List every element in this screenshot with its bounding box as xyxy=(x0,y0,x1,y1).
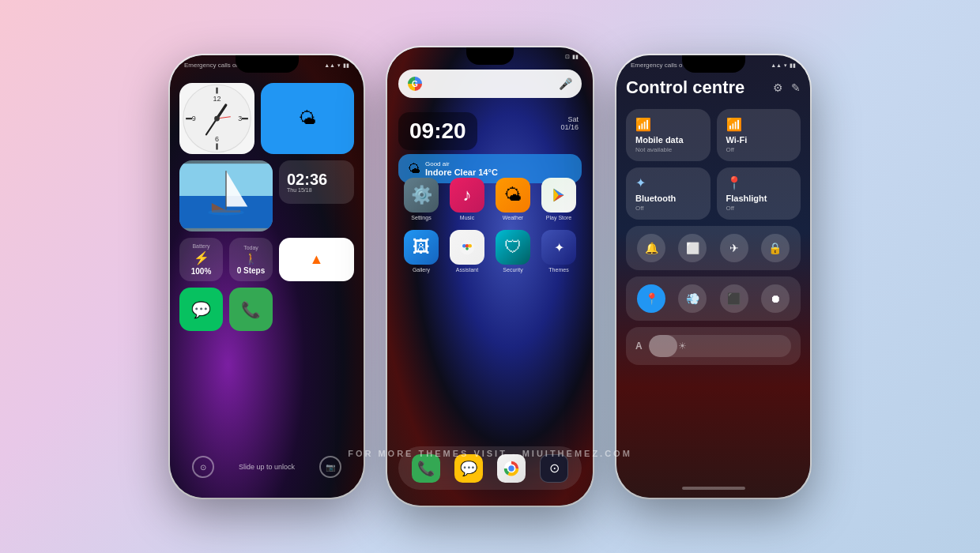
svg-point-18 xyxy=(208,209,243,215)
svg-text:12: 12 xyxy=(213,95,220,103)
watermark: FOR MORE THEMES VISIT - MIUITHEMEZ.COM xyxy=(348,449,632,458)
security-app-icon: 🛡 xyxy=(496,230,530,265)
control-centre-content: Control centre ⚙ ✎ 📶 Mobile data Not ava… xyxy=(626,77,801,365)
app-music[interactable]: ♪ Music xyxy=(447,178,487,220)
app-playstore[interactable]: Play Store xyxy=(539,178,579,220)
flashlight-icon: 📍 xyxy=(726,175,792,190)
widget-row-1: 12 6 9 3 xyxy=(179,83,354,154)
datetime-widget: 02:36 Thu 15/18 xyxy=(279,160,354,204)
svg-point-12 xyxy=(214,116,220,122)
home-indicator xyxy=(682,487,745,490)
weather-widget[interactable]: 🌤 xyxy=(261,83,354,154)
wifi-tile-icon: 📶 xyxy=(726,117,792,132)
notch-1 xyxy=(236,55,299,73)
mi-apps-widget[interactable]: ▲ xyxy=(279,238,354,281)
weather-info: Good air Indore Clear 14°C xyxy=(425,160,498,177)
fullscreen-button[interactable]: ⬛ xyxy=(720,284,748,313)
home-date: Sat 01/16 xyxy=(560,115,579,131)
lock-rotation-button[interactable]: 🔒 xyxy=(761,234,790,262)
brightness-a-label: A xyxy=(635,340,643,352)
signal-icon-3: ▲▲ xyxy=(771,62,782,68)
battery-icon-3: ▮▮ xyxy=(790,62,796,69)
lock-date: Thu 15/18 xyxy=(287,187,312,193)
home-time: 09:20 xyxy=(409,118,466,143)
wifi-tile-sublabel: Off xyxy=(726,146,792,153)
steps-widget: Today 🚶 0 Steps xyxy=(229,238,273,281)
flashlight-label: Flashlight xyxy=(726,194,792,203)
wifi-icon-1: ▾ xyxy=(337,62,341,69)
phone-call-icon: 📞 xyxy=(241,300,261,319)
lock-rotation-icon: 🔒 xyxy=(768,242,782,254)
mi-logo: ▲ xyxy=(310,251,324,268)
mic-icon[interactable]: 🎤 xyxy=(559,77,572,90)
home-clock-widget: 09:20 xyxy=(398,112,477,150)
cc-mobile-data-tile[interactable]: 📶 Mobile data Not available xyxy=(626,109,710,161)
svg-text:6: 6 xyxy=(215,135,219,143)
app-weather[interactable]: 🌤 Weather xyxy=(493,178,533,220)
assistant-label: Assistant xyxy=(456,267,478,273)
app-shortcuts: 💬 📞 xyxy=(179,288,354,331)
wifi-tile-label: Wi-Fi xyxy=(726,135,792,145)
music-label: Music xyxy=(460,215,474,220)
boat-container xyxy=(179,160,273,231)
lock-time: 02:36 xyxy=(287,171,327,187)
app-themes[interactable]: ✦ Themes xyxy=(539,230,579,273)
phone-3: Emergency calls o ▲▲ ▾ ▮▮ Control centre… xyxy=(616,55,810,498)
google-icon xyxy=(408,77,422,91)
assistant-app-icon xyxy=(450,230,484,265)
location-button[interactable]: 📍 xyxy=(637,284,665,313)
phone-shortcut[interactable]: 📞 xyxy=(229,288,273,331)
themes-app-icon: ✦ xyxy=(541,230,576,265)
music-app-icon: ♪ xyxy=(450,178,484,213)
cc-icon-row-2: 📍 💨 ⬛ ⏺ xyxy=(626,276,801,321)
cc-flashlight-tile[interactable]: 📍 Flashlight Off xyxy=(717,167,801,220)
clock-widget[interactable]: 12 6 9 3 xyxy=(179,83,254,154)
security-label: Security xyxy=(503,267,522,273)
battery-icon-1: ▮▮ xyxy=(343,62,349,69)
lockscreen-bg: Emergency calls only ▲▲ ▾ ▮▮ xyxy=(170,55,364,498)
sun-small-icon: ☀ xyxy=(678,340,687,352)
cc-title-row: Control centre ⚙ ✎ xyxy=(626,77,801,98)
cc-icon-row-1: 🔔 ⬜ ✈ 🔒 xyxy=(626,226,801,270)
bluetooth-icon: ✦ xyxy=(635,175,701,190)
homescreen-bg: ⊡ ▮▮ 🎤 09:20 Sat 01/16 🌤 xyxy=(387,47,593,506)
search-bar[interactable]: 🎤 xyxy=(398,70,582,98)
home-date-day: Sat xyxy=(560,115,579,123)
lock-bottom: ⊙ Slide up to unlock 📷 xyxy=(170,456,364,478)
flashlight-sublabel: Off xyxy=(726,205,792,212)
cc-edit-icon[interactable]: ✎ xyxy=(791,81,801,94)
photo-widget[interactable] xyxy=(179,160,273,231)
battery-widget: Battery ⚡ 100% xyxy=(179,238,223,281)
wechat-shortcut[interactable]: 💬 xyxy=(179,288,223,331)
bluetooth-label: Bluetooth xyxy=(635,194,701,203)
weather-app-icon: 🌤 xyxy=(496,178,530,213)
battery-icon-lg: ⚡ xyxy=(194,250,209,265)
brightness-fill xyxy=(649,335,677,357)
lock-widgets: 12 6 9 3 xyxy=(179,83,354,331)
airplane-button[interactable]: ✈ xyxy=(720,234,748,262)
app-gallery[interactable]: 🖼 Gallery xyxy=(401,230,441,273)
cc-title: Control centre xyxy=(626,77,744,98)
bell-button[interactable]: 🔔 xyxy=(637,234,665,262)
app-assistant[interactable]: Assistant xyxy=(447,230,487,273)
app-grid: ⚙️ Settings ♪ Music 🌤 Weather xyxy=(398,178,582,434)
screen-record-button[interactable]: ⬜ xyxy=(678,234,707,262)
cc-settings-icon[interactable]: ⚙ xyxy=(773,81,783,94)
notch-3 xyxy=(682,55,745,73)
status-icons-3: ▲▲ ▾ ▮▮ xyxy=(771,62,796,69)
bluetooth-sublabel: Off xyxy=(635,205,701,212)
cc-wifi-tile[interactable]: 📶 Wi-Fi Off xyxy=(717,109,801,161)
widget-row-2: 02:36 Thu 15/18 xyxy=(179,160,354,231)
app-settings[interactable]: ⚙️ Settings xyxy=(401,178,441,220)
settings-label: Settings xyxy=(411,215,431,220)
circle-record-icon[interactable]: ⊙ xyxy=(192,456,214,478)
record-button[interactable]: ⏺ xyxy=(761,284,790,313)
svg-text:9: 9 xyxy=(192,115,196,122)
app-security[interactable]: 🛡 Security xyxy=(493,230,533,273)
svg-point-29 xyxy=(508,465,514,471)
clock-svg: 12 6 9 3 xyxy=(179,83,254,154)
camera-icon[interactable]: 📷 xyxy=(319,456,341,478)
cc-bluetooth-tile[interactable]: ✦ Bluetooth Off xyxy=(626,167,710,220)
brightness-slider[interactable]: ☀ xyxy=(649,335,791,357)
fan-button[interactable]: 💨 xyxy=(678,284,707,313)
